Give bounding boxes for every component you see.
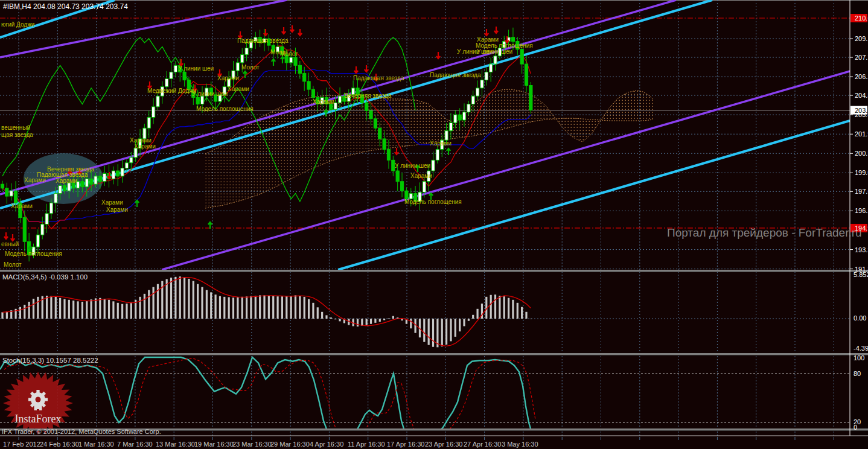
- candle-body: [290, 57, 293, 63]
- macd-histogram-bar: [246, 296, 247, 319]
- panel-separator[interactable]: [0, 353, 868, 355]
- macd-histogram-bar: [304, 297, 305, 319]
- copyright-text: IFX Trader, © 2001-2012, MetaQuotes Soft…: [2, 428, 161, 435]
- price-tick-label: 201.95: [855, 130, 868, 138]
- macd-histogram-bar: [139, 297, 141, 319]
- macd-histogram-bar: [459, 319, 461, 331]
- macd-histogram-bar: [361, 319, 363, 326]
- pattern-annotation-label: У линии шеи: [178, 65, 214, 72]
- pattern-annotation-label: Вечерняя звезда: [344, 92, 392, 99]
- macd-histogram-bar: [117, 303, 119, 319]
- pattern-annotation-label: Падающая звезда: [430, 72, 481, 78]
- candle-body: [85, 179, 88, 186]
- macd-histogram-bar: [503, 296, 505, 319]
- pattern-annotation-label: Падающая звезда: [353, 75, 404, 81]
- fortrader-watermark: Портал для трейдеров - ForTrader.ru: [667, 226, 862, 239]
- macd-histogram-bar: [272, 296, 274, 319]
- candle-body: [94, 176, 97, 184]
- candle-body: [183, 72, 186, 80]
- macd-histogram-bar: [517, 303, 519, 319]
- time-tick-label: 27 Apr 16:30: [464, 441, 501, 448]
- pattern-annotation-label: Модель поглощения: [5, 250, 62, 257]
- macd-histogram-bar: [81, 302, 83, 319]
- macd-histogram-bar: [1, 312, 3, 319]
- macd-histogram-bar: [463, 319, 465, 326]
- macd-histogram-bar: [179, 276, 181, 319]
- macd-histogram-bar: [321, 312, 323, 319]
- macd-histogram-bar: [144, 294, 145, 319]
- chart-background: [0, 0, 868, 449]
- candle-body: [152, 107, 155, 118]
- macd-histogram-bar: [525, 312, 527, 319]
- candle-body: [445, 131, 448, 140]
- candle-body: [81, 182, 84, 187]
- macd-histogram-bar: [259, 295, 261, 319]
- macd-histogram-bar: [33, 299, 34, 319]
- price-tick-label: 193.30: [855, 246, 868, 253]
- candle-body: [147, 118, 150, 129]
- chart-canvas[interactable]: InstaForex 209.10207.70206.25204.85203.4…: [0, 0, 868, 449]
- macd-histogram-bar: [455, 319, 456, 337]
- candle-body: [334, 103, 337, 109]
- candle-body: [378, 128, 381, 139]
- macd-histogram-bar: [508, 298, 509, 319]
- macd-axis-label: 0.00: [854, 314, 866, 322]
- candle-body: [462, 112, 465, 120]
- macd-histogram-bar: [228, 297, 230, 319]
- macd-histogram-bar: [108, 300, 110, 319]
- candle-body: [476, 88, 479, 96]
- macd-histogram-bar: [423, 319, 425, 342]
- macd-histogram-bar: [263, 295, 265, 319]
- candle-body: [103, 173, 106, 181]
- macd-histogram-bar: [188, 279, 190, 319]
- macd-histogram-bar: [428, 319, 430, 345]
- candle-body: [374, 119, 377, 128]
- candle-body: [174, 65, 177, 72]
- pattern-annotation-label: Медвежий Доджи: [147, 88, 196, 94]
- candle-body: [245, 48, 248, 55]
- macd-axis-label: -4.396: [854, 345, 868, 352]
- candle-body: [241, 55, 244, 63]
- macd-histogram-bar: [214, 295, 216, 319]
- pattern-annotation-label: евный: [1, 241, 19, 247]
- macd-histogram-bar: [432, 319, 434, 347]
- candle-body: [116, 171, 120, 176]
- price-tick-label: 207.70: [855, 54, 868, 61]
- candle-body: [525, 64, 528, 85]
- candle-body: [49, 203, 53, 214]
- macd-histogram-bar: [19, 307, 21, 319]
- macd-histogram-bar: [126, 304, 127, 319]
- macd-histogram-bar: [72, 301, 74, 319]
- macd-histogram-bar: [383, 319, 385, 320]
- candle-body: [383, 139, 386, 150]
- macd-histogram-bar: [441, 319, 443, 346]
- time-tick-label: 29 Mar 16:30: [270, 441, 310, 448]
- macd-histogram-bar: [312, 303, 314, 319]
- price-tick-label: 199.05: [855, 169, 868, 176]
- macd-histogram-bar: [130, 302, 132, 319]
- macd-histogram-bar: [334, 319, 336, 319]
- macd-histogram-bar: [286, 296, 287, 319]
- pattern-annotation-label: вешенный: [1, 124, 30, 131]
- macd-histogram-bar: [494, 295, 496, 319]
- candle-body: [436, 150, 439, 161]
- macd-histogram-bar: [193, 281, 194, 319]
- macd-histogram-bar: [472, 315, 474, 319]
- pattern-annotation-label: У линии шеи: [192, 91, 228, 97]
- panel-separator[interactable]: [0, 270, 868, 272]
- macd-histogram-bar: [476, 309, 478, 319]
- macd-histogram-bar: [450, 319, 452, 341]
- macd-histogram-bar: [268, 296, 270, 319]
- time-tick-label: 24 Feb 16:30: [40, 441, 79, 448]
- candle-body: [298, 65, 301, 73]
- macd-axis-label: 5.852: [854, 271, 868, 278]
- instaforex-logo-text: InstaForex: [15, 413, 62, 425]
- candle-body: [471, 96, 474, 104]
- macd-histogram-bar: [55, 297, 57, 319]
- time-tick-label: 7 Mar 16:30: [117, 441, 153, 448]
- macd-histogram-bar: [46, 296, 48, 319]
- time-tick-label: 17 Apr 16:30: [387, 441, 424, 448]
- macd-histogram-bar: [392, 316, 394, 319]
- macd-histogram-bar: [157, 284, 159, 319]
- candle-body: [14, 191, 17, 203]
